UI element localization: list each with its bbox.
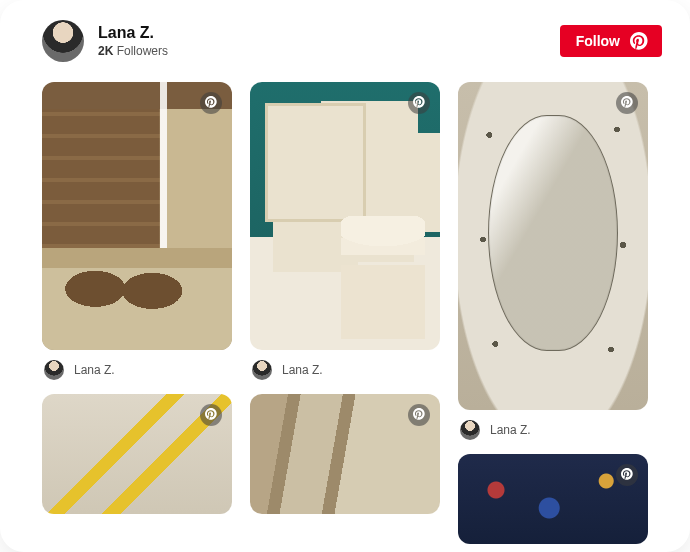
profile-card: Lana Z. 2K Followers Follow [0,0,690,552]
pinterest-icon [205,406,217,424]
pinterest-icon [621,466,633,484]
author-avatar [44,360,64,380]
pin[interactable] [458,454,648,544]
follower-line: 2K Followers [98,44,168,58]
display-name: Lana Z. [98,24,168,42]
pin-image [458,454,648,544]
pin-image [250,82,440,350]
followers-label: Followers [117,44,168,58]
save-pin-button[interactable] [616,464,638,486]
pin-attribution[interactable]: Lana Z. [250,360,440,380]
avatar[interactable] [42,20,84,62]
save-pin-button[interactable] [408,404,430,426]
profile-header: Lana Z. 2K Followers Follow [0,0,690,74]
pin-attribution[interactable]: Lana Z. [42,360,232,380]
pinterest-icon [205,94,217,112]
pin-grid: Lana Z. [0,74,690,552]
author-name: Lana Z. [74,363,115,377]
follow-button[interactable]: Follow [560,25,662,57]
follow-label: Follow [576,33,620,49]
pin-image [42,82,232,350]
save-pin-button[interactable] [200,92,222,114]
author-avatar [252,360,272,380]
pin-image [250,394,440,514]
pinterest-icon [413,406,425,424]
save-pin-button[interactable] [408,92,430,114]
author-name: Lana Z. [282,363,323,377]
pinterest-icon [621,94,633,112]
pin[interactable] [42,394,232,514]
author-name: Lana Z. [490,423,531,437]
pin[interactable]: Lana Z. [250,82,440,380]
pin-image [42,394,232,514]
pin[interactable]: Lana Z. [42,82,232,380]
save-pin-button[interactable] [616,92,638,114]
pin[interactable]: Lana Z. [458,82,648,440]
follower-count: 2K [98,44,113,58]
save-pin-button[interactable] [200,404,222,426]
pinterest-icon [413,94,425,112]
pin[interactable] [250,394,440,514]
name-block: Lana Z. 2K Followers [98,24,168,58]
pin-attribution[interactable]: Lana Z. [458,420,648,440]
pinterest-icon [630,32,648,50]
author-avatar [460,420,480,440]
pin-image [458,82,648,410]
